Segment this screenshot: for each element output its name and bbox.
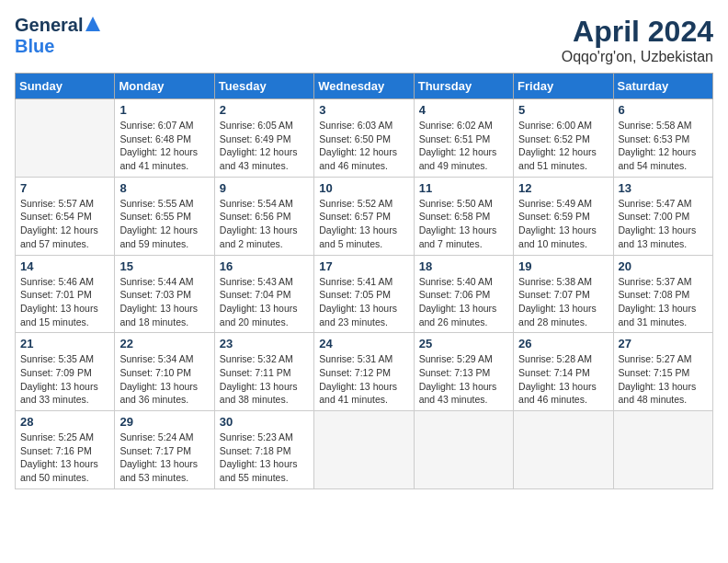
table-row: 12Sunrise: 5:49 AMSunset: 6:59 PMDayligh… (514, 177, 613, 255)
day-number: 24 (319, 337, 408, 350)
day-number: 8 (119, 181, 209, 195)
table-row: 17Sunrise: 5:41 AMSunset: 7:05 PMDayligh… (314, 255, 414, 333)
day-detail: Sunrise: 6:03 AMSunset: 6:50 PMDaylight:… (319, 119, 408, 173)
day-number: 7 (20, 181, 109, 195)
day-number: 3 (319, 103, 408, 117)
day-detail: Sunrise: 5:37 AMSunset: 7:08 PMDaylight:… (619, 275, 708, 329)
day-detail: Sunrise: 5:34 AMSunset: 7:10 PMDaylight:… (119, 352, 209, 407)
table-row: 23Sunrise: 5:32 AMSunset: 7:11 PMDayligh… (214, 333, 313, 411)
day-number: 14 (20, 259, 109, 273)
table-row: 10Sunrise: 5:52 AMSunset: 6:57 PMDayligh… (314, 177, 414, 255)
table-row: 20Sunrise: 5:37 AMSunset: 7:08 PMDayligh… (613, 255, 712, 333)
table-row: 7Sunrise: 5:57 AMSunset: 6:54 PMDaylight… (16, 177, 115, 255)
header-thursday: Thursday (414, 74, 513, 99)
day-number: 11 (419, 181, 508, 195)
logo-icon (85, 16, 101, 32)
table-row: 9Sunrise: 5:54 AMSunset: 6:56 PMDaylight… (214, 177, 313, 255)
day-detail: Sunrise: 6:05 AMSunset: 6:49 PMDaylight:… (220, 119, 309, 173)
day-detail: Sunrise: 5:32 AMSunset: 7:11 PMDaylight:… (220, 352, 309, 407)
day-number: 16 (220, 259, 309, 273)
day-detail: Sunrise: 5:28 AMSunset: 7:14 PMDaylight:… (518, 352, 608, 407)
table-row: 26Sunrise: 5:28 AMSunset: 7:14 PMDayligh… (514, 333, 613, 411)
day-detail: Sunrise: 5:41 AMSunset: 7:05 PMDaylight:… (319, 275, 408, 329)
day-detail: Sunrise: 5:23 AMSunset: 7:18 PMDaylight:… (220, 431, 309, 485)
day-detail: Sunrise: 5:38 AMSunset: 7:07 PMDaylight:… (518, 275, 608, 329)
day-number: 2 (220, 103, 309, 117)
day-number: 20 (619, 259, 708, 273)
page-header: General Blue April 2024 Oqqo'rg'on, Uzbe… (15, 15, 713, 65)
day-number: 29 (119, 415, 209, 429)
calendar-week-row: 21Sunrise: 5:35 AMSunset: 7:09 PMDayligh… (16, 333, 713, 411)
day-number: 17 (319, 259, 408, 273)
day-number: 5 (518, 103, 608, 117)
table-row (613, 411, 712, 489)
calendar-week-row: 1Sunrise: 6:07 AMSunset: 6:48 PMDaylight… (16, 99, 713, 178)
day-number: 13 (619, 181, 708, 195)
day-detail: Sunrise: 5:44 AMSunset: 7:03 PMDaylight:… (119, 275, 209, 329)
table-row: 22Sunrise: 5:34 AMSunset: 7:10 PMDayligh… (115, 333, 214, 411)
table-row: 4Sunrise: 6:02 AMSunset: 6:51 PMDaylight… (414, 99, 513, 178)
table-row: 8Sunrise: 5:55 AMSunset: 6:55 PMDaylight… (115, 177, 214, 255)
header-sunday: Sunday (16, 74, 115, 99)
calendar-week-row: 14Sunrise: 5:46 AMSunset: 7:01 PMDayligh… (16, 255, 713, 333)
day-number: 27 (619, 337, 708, 350)
day-detail: Sunrise: 5:52 AMSunset: 6:57 PMDaylight:… (319, 197, 408, 251)
day-number: 25 (419, 337, 508, 350)
day-number: 22 (119, 337, 209, 350)
day-detail: Sunrise: 5:46 AMSunset: 7:01 PMDaylight:… (20, 275, 109, 329)
table-row (16, 99, 115, 178)
day-detail: Sunrise: 6:00 AMSunset: 6:52 PMDaylight:… (518, 119, 608, 173)
table-row: 6Sunrise: 5:58 AMSunset: 6:53 PMDaylight… (613, 99, 712, 178)
day-number: 30 (220, 415, 309, 429)
table-row: 27Sunrise: 5:27 AMSunset: 7:15 PMDayligh… (613, 333, 712, 411)
day-detail: Sunrise: 6:02 AMSunset: 6:51 PMDaylight:… (419, 119, 508, 173)
table-row: 30Sunrise: 5:23 AMSunset: 7:18 PMDayligh… (214, 411, 313, 489)
table-row (314, 411, 414, 489)
day-detail: Sunrise: 5:47 AMSunset: 7:00 PMDaylight:… (619, 197, 708, 251)
table-row: 2Sunrise: 6:05 AMSunset: 6:49 PMDaylight… (214, 99, 313, 178)
day-number: 10 (319, 181, 408, 195)
day-detail: Sunrise: 5:27 AMSunset: 7:15 PMDaylight:… (619, 352, 708, 407)
day-detail: Sunrise: 5:40 AMSunset: 7:06 PMDaylight:… (419, 275, 508, 329)
day-number: 6 (619, 103, 708, 117)
header-tuesday: Tuesday (214, 74, 313, 99)
title-block: April 2024 Oqqo'rg'on, Uzbekistan (562, 15, 713, 65)
calendar-week-row: 28Sunrise: 5:25 AMSunset: 7:16 PMDayligh… (16, 411, 713, 489)
day-number: 19 (518, 259, 608, 273)
logo-general: General (15, 15, 83, 36)
month-title: April 2024 (562, 15, 713, 49)
day-detail: Sunrise: 5:29 AMSunset: 7:13 PMDaylight:… (419, 352, 508, 407)
table-row (414, 411, 513, 489)
table-row: 16Sunrise: 5:43 AMSunset: 7:04 PMDayligh… (214, 255, 313, 333)
header-monday: Monday (115, 74, 214, 99)
header-friday: Friday (514, 74, 613, 99)
day-detail: Sunrise: 5:31 AMSunset: 7:12 PMDaylight:… (319, 352, 408, 407)
day-detail: Sunrise: 5:57 AMSunset: 6:54 PMDaylight:… (20, 197, 109, 251)
table-row: 29Sunrise: 5:24 AMSunset: 7:17 PMDayligh… (115, 411, 214, 489)
day-number: 12 (518, 181, 608, 195)
header-saturday: Saturday (613, 74, 712, 99)
day-detail: Sunrise: 5:35 AMSunset: 7:09 PMDaylight:… (20, 352, 109, 407)
day-detail: Sunrise: 5:50 AMSunset: 6:58 PMDaylight:… (419, 197, 508, 251)
day-number: 9 (220, 181, 309, 195)
location-title: Oqqo'rg'on, Uzbekistan (562, 49, 713, 65)
day-number: 23 (220, 337, 309, 350)
table-row: 1Sunrise: 6:07 AMSunset: 6:48 PMDaylight… (115, 99, 214, 178)
table-row: 14Sunrise: 5:46 AMSunset: 7:01 PMDayligh… (16, 255, 115, 333)
calendar-header-row: Sunday Monday Tuesday Wednesday Thursday… (16, 74, 713, 99)
table-row: 24Sunrise: 5:31 AMSunset: 7:12 PMDayligh… (314, 333, 414, 411)
table-row: 21Sunrise: 5:35 AMSunset: 7:09 PMDayligh… (16, 333, 115, 411)
day-number: 28 (20, 415, 109, 429)
day-number: 4 (419, 103, 508, 117)
table-row: 15Sunrise: 5:44 AMSunset: 7:03 PMDayligh… (115, 255, 214, 333)
day-detail: Sunrise: 6:07 AMSunset: 6:48 PMDaylight:… (119, 119, 209, 173)
table-row: 19Sunrise: 5:38 AMSunset: 7:07 PMDayligh… (514, 255, 613, 333)
logo-blue: Blue (15, 36, 54, 57)
table-row: 28Sunrise: 5:25 AMSunset: 7:16 PMDayligh… (16, 411, 115, 489)
calendar-table: Sunday Monday Tuesday Wednesday Thursday… (15, 73, 713, 489)
day-number: 15 (119, 259, 209, 273)
day-detail: Sunrise: 5:49 AMSunset: 6:59 PMDaylight:… (518, 197, 608, 251)
table-row: 25Sunrise: 5:29 AMSunset: 7:13 PMDayligh… (414, 333, 513, 411)
table-row: 5Sunrise: 6:00 AMSunset: 6:52 PMDaylight… (514, 99, 613, 178)
day-detail: Sunrise: 5:43 AMSunset: 7:04 PMDaylight:… (220, 275, 309, 329)
